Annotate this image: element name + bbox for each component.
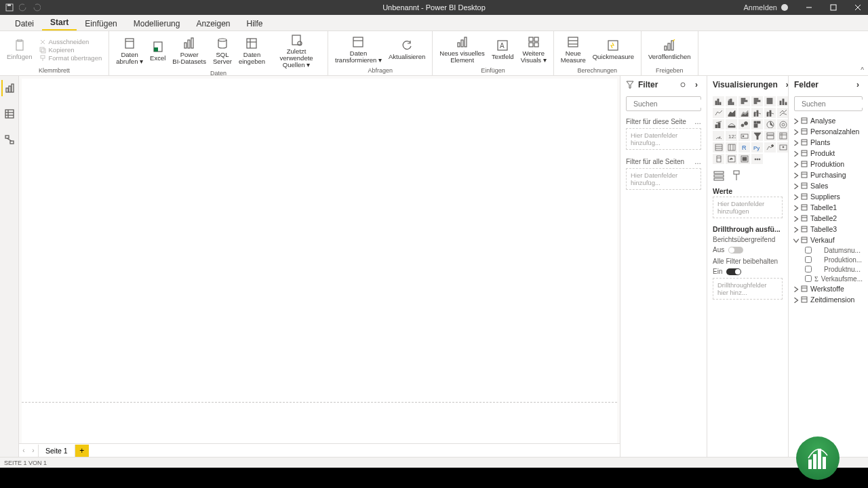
report-canvas[interactable] xyxy=(22,79,617,443)
undo-icon[interactable] xyxy=(19,3,27,12)
field-table-werkstoffe[interactable]: Werkstoffe xyxy=(791,283,865,294)
menu-modellierung[interactable]: Modellierung xyxy=(125,16,189,30)
field-column-3[interactable]: ΣVerkaufsme... xyxy=(805,274,865,283)
menu-hilfe[interactable]: Hilfe xyxy=(239,16,271,30)
page-add-button[interactable]: + xyxy=(75,445,89,457)
field-table-tabelle1[interactable]: Tabelle1 xyxy=(791,202,865,213)
format-painter-button[interactable]: Format übertragen xyxy=(37,54,105,62)
more-visuals-button[interactable]: Weitere Visuals ▾ xyxy=(518,35,549,65)
viz-type-32[interactable] xyxy=(738,154,750,164)
field-table-purchasing[interactable]: Purchasing xyxy=(791,169,865,180)
viz-type-25[interactable] xyxy=(726,142,737,152)
viz-type-0[interactable] xyxy=(713,96,724,106)
viz-type-17[interactable] xyxy=(777,119,789,129)
filter-eye-icon[interactable] xyxy=(678,80,688,89)
viz-type-5[interactable] xyxy=(777,96,789,106)
menu-einfuegen[interactable]: Einfügen xyxy=(77,16,125,30)
signin-button[interactable]: Anmelden xyxy=(736,3,795,12)
keep-filters-toggle[interactable] xyxy=(726,268,741,275)
viz-type-30[interactable] xyxy=(713,154,724,164)
filter-collapse-icon[interactable]: › xyxy=(692,80,701,89)
data-view-button[interactable] xyxy=(1,106,18,122)
viz-type-9[interactable] xyxy=(751,108,763,118)
viz-type-16[interactable] xyxy=(764,119,776,129)
close-button[interactable] xyxy=(848,0,868,15)
new-visual-button[interactable]: Neues visuelles Element xyxy=(437,35,488,65)
viz-type-1[interactable] xyxy=(726,96,737,106)
fields-well-tab[interactable] xyxy=(713,169,725,182)
refresh-button[interactable]: Aktualisieren xyxy=(386,38,428,62)
viz-type-27[interactable]: Py xyxy=(751,142,763,152)
viz-type-24[interactable] xyxy=(713,142,724,152)
drillthrough-dropzone[interactable]: Drillthroughfelder hier hinz... xyxy=(713,278,783,300)
cut-button[interactable]: Ausschneiden xyxy=(37,38,105,45)
enter-data-button[interactable]: Daten eingeben xyxy=(236,36,268,66)
viz-type-19[interactable]: 123 xyxy=(726,131,737,141)
field-table-produktion[interactable]: Produktion xyxy=(791,159,865,169)
publish-button[interactable]: Veröffentlichen xyxy=(646,38,694,62)
maximize-button[interactable] xyxy=(823,0,844,15)
viz-type-20[interactable] xyxy=(738,131,750,141)
field-table-tabelle3[interactable]: Tabelle3 xyxy=(791,224,865,235)
viz-type-6[interactable] xyxy=(713,108,724,118)
model-view-button[interactable] xyxy=(1,131,18,148)
all-filter-dropzone[interactable]: Hier Datenfelder hinzufüg... xyxy=(626,168,701,190)
paste-button[interactable]: Einfügen xyxy=(4,38,35,62)
fields-search-input[interactable] xyxy=(802,100,868,108)
field-column-1[interactable]: Produktion... xyxy=(805,255,865,264)
viz-type-22[interactable] xyxy=(764,131,776,141)
viz-type-8[interactable] xyxy=(738,108,750,118)
fields-collapse-icon[interactable]: › xyxy=(853,80,863,89)
page-next[interactable]: › xyxy=(28,445,38,457)
viz-type-7[interactable] xyxy=(726,108,737,118)
field-table-plants[interactable]: Plants xyxy=(791,137,865,148)
viz-type-12[interactable] xyxy=(713,119,724,129)
textbox-button[interactable]: ATextfeld xyxy=(489,38,517,62)
viz-type-2[interactable] xyxy=(738,96,750,106)
viz-type-14[interactable] xyxy=(738,119,750,129)
pbi-datasets-button[interactable]: Power BI-Datasets xyxy=(170,36,209,66)
transform-data-button[interactable]: Daten transformieren ▾ xyxy=(332,35,384,65)
viz-type-10[interactable] xyxy=(764,108,776,118)
field-table-sales[interactable]: Sales xyxy=(791,180,865,191)
sql-server-button[interactable]: SQL Server xyxy=(210,36,235,66)
field-column-2[interactable]: Produktnu... xyxy=(805,264,865,274)
minimize-button[interactable] xyxy=(799,0,819,15)
viz-type-18[interactable] xyxy=(713,131,724,141)
viz-type-28[interactable] xyxy=(764,142,776,152)
viz-type-29[interactable] xyxy=(777,142,789,152)
viz-type-4[interactable] xyxy=(764,96,776,106)
viz-type-26[interactable]: R xyxy=(738,142,750,152)
field-table-tabelle2[interactable]: Tabelle2 xyxy=(791,213,865,224)
field-table-produkt[interactable]: Produkt xyxy=(791,148,865,159)
field-column-0[interactable]: Datumsnu... xyxy=(805,245,865,255)
page-filter-dropzone[interactable]: Hier Datenfelder hinzufüg... xyxy=(626,128,701,150)
viz-type-21[interactable] xyxy=(751,131,763,141)
get-data-button[interactable]: Daten abrufen ▾ xyxy=(113,36,146,66)
viz-type-15[interactable] xyxy=(751,119,763,129)
page-tab-1[interactable]: Seite 1 xyxy=(38,445,75,457)
save-icon[interactable] xyxy=(5,3,14,12)
quick-measure-button[interactable]: Quickmeasure xyxy=(590,38,637,62)
viz-type-31[interactable] xyxy=(726,154,737,164)
ribbon-collapse[interactable]: ^ xyxy=(861,66,864,74)
copy-button[interactable]: Kopieren xyxy=(37,46,105,54)
redo-icon[interactable] xyxy=(33,3,41,12)
filter-search[interactable] xyxy=(626,96,701,111)
page-prev[interactable]: ‹ xyxy=(19,445,28,457)
viz-type-33[interactable] xyxy=(751,154,763,164)
values-dropzone[interactable]: Hier Datenfelder hinzufügen xyxy=(713,197,783,218)
viz-type-11[interactable] xyxy=(777,108,789,118)
field-table-personalzahlen[interactable]: Personalzahlen xyxy=(791,126,865,137)
fields-search[interactable] xyxy=(794,96,863,111)
report-view-button[interactable]: Bericht xyxy=(1,80,18,96)
viz-type-13[interactable] xyxy=(726,119,737,129)
recent-sources-button[interactable]: Zuletzt verwendete Quellen ▾ xyxy=(269,33,323,70)
new-measure-button[interactable]: Neue Measure xyxy=(558,35,589,65)
field-table-suppliers[interactable]: Suppliers xyxy=(791,191,865,202)
viz-type-23[interactable] xyxy=(777,131,789,141)
cross-report-toggle[interactable] xyxy=(728,247,743,253)
menu-start[interactable]: Start xyxy=(42,15,77,30)
field-table-zeitdimension[interactable]: Zeitdimension xyxy=(791,294,865,305)
format-tab[interactable] xyxy=(730,169,743,182)
